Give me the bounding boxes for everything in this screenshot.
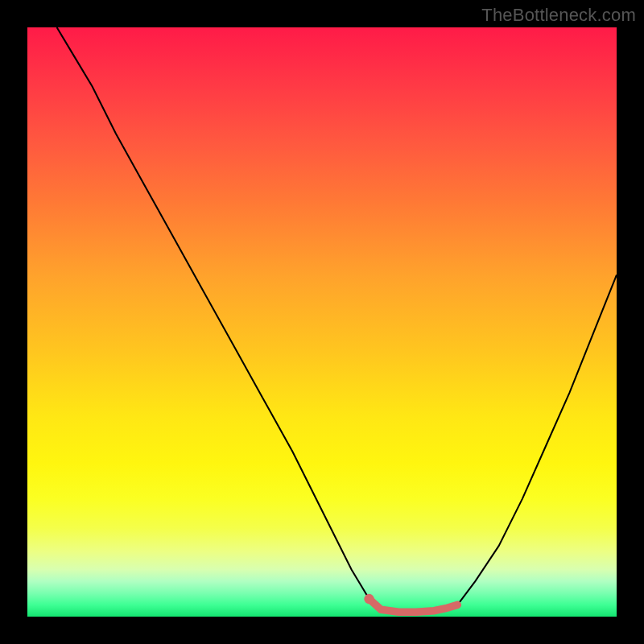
valley-start-dot — [364, 594, 374, 604]
curve-left-arm — [57, 27, 369, 599]
watermark-text: TheBottleneck.com — [481, 5, 636, 26]
curve-right-arm — [457, 275, 617, 605]
curve-valley-highlight — [369, 599, 458, 612]
chart-container: TheBottleneck.com — [0, 0, 644, 644]
chart-svg — [27, 27, 617, 617]
plot-area — [27, 27, 617, 617]
